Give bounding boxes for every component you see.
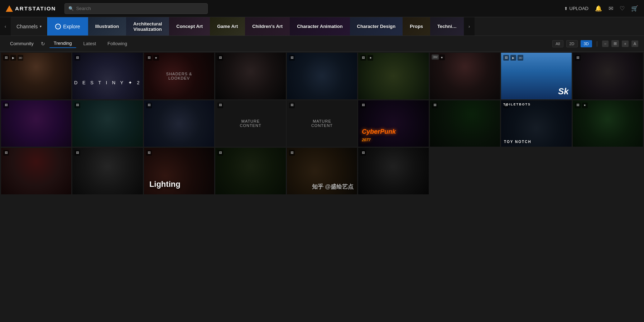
- image-icon: 🖼: [75, 150, 80, 156]
- category-item-concept[interactable]: Concept Art: [169, 17, 210, 36]
- filter-2d[interactable]: 2D: [566, 40, 578, 47]
- filter-all[interactable]: All: [552, 40, 563, 47]
- image-icon: 🖼: [75, 55, 80, 61]
- mature-content-label-2: MATURE CONTENT: [304, 119, 340, 128]
- cat-label: Props: [410, 24, 423, 29]
- search-icon: 🔍: [68, 6, 74, 11]
- image-icon: 🖼: [146, 55, 152, 61]
- cat-label: Illustration: [95, 24, 119, 29]
- lighting-label: Lighting: [149, 180, 181, 189]
- artwork-item-3[interactable]: 🖼★ SHADERS & LOOKDEV: [144, 53, 214, 99]
- image-icon: 🖼: [360, 150, 366, 156]
- logo[interactable]: ARTSTATION: [6, 5, 56, 12]
- artwork-item-17[interactable]: 🖼 TOILETBOTS TOY NOTCH: [501, 100, 571, 147]
- cat-label: Character Animation: [297, 24, 342, 29]
- category-item-chardesign[interactable]: Character Design: [350, 17, 403, 36]
- toiletbots-label: TOILETBOTS: [503, 103, 531, 106]
- cat-next-button[interactable]: ›: [464, 17, 475, 36]
- image-icon: 🖼: [360, 55, 366, 61]
- image-icon: 🖼: [289, 103, 295, 108]
- tab-trending[interactable]: Trending: [49, 39, 76, 48]
- artwork-item-2[interactable]: 🖼 D E S T I N Y ✦ 2: [72, 53, 143, 99]
- artwork-item-13[interactable]: 🖼 MATURE CONTENT: [215, 100, 285, 147]
- artwork-item-20[interactable]: 🖼: [72, 148, 143, 194]
- image-icon: 🖼: [432, 103, 438, 108]
- channels-label: Channels: [16, 24, 38, 29]
- search-input[interactable]: [76, 6, 204, 11]
- star-icon: ★: [367, 55, 373, 61]
- artwork-item-15[interactable]: 🖼 CyberPunk2077: [358, 100, 428, 147]
- watermark-text: 知乎 @盛绘艺点: [312, 183, 354, 191]
- filter-right: All 2D 3D | − ⊞ + A: [552, 40, 638, 47]
- divider: |: [596, 41, 598, 47]
- upload-icon: ⬆: [564, 6, 568, 11]
- category-item-charanim[interactable]: Character Animation: [290, 17, 350, 36]
- artwork-item-10[interactable]: 🖼: [1, 100, 71, 147]
- cat-label: ArchitecturalVisualization: [133, 21, 162, 32]
- artwork-item-12[interactable]: 🖼: [144, 100, 214, 147]
- filter-bar: Community ↻ Trending Latest Following Al…: [0, 36, 644, 52]
- image-icon: 🖼: [360, 103, 366, 108]
- wishlist-icon[interactable]: ♡: [620, 5, 625, 12]
- more-options-button[interactable]: A: [631, 41, 638, 47]
- artwork-item-19[interactable]: 🖼: [1, 148, 71, 194]
- cat-label: Game Art: [217, 24, 238, 29]
- notification-icon[interactable]: 🔔: [595, 5, 602, 12]
- artwork-item-5[interactable]: 🖼: [287, 53, 357, 99]
- channels-button[interactable]: Channels ▾: [11, 17, 47, 36]
- messages-icon[interactable]: ✉: [609, 5, 613, 12]
- grid-view-button[interactable]: ⊞: [611, 40, 619, 47]
- upload-label: UPLOAD: [569, 6, 588, 11]
- cat-label: Techni…: [437, 24, 457, 29]
- artwork-item-24[interactable]: 🖼: [358, 148, 428, 194]
- tab-following[interactable]: Following: [103, 39, 131, 48]
- image-icon: 🖼: [3, 103, 9, 108]
- image-icon: 🖼: [503, 55, 509, 61]
- filter-3d[interactable]: 3D: [581, 40, 592, 47]
- tab-latest[interactable]: Latest: [79, 39, 100, 48]
- cat-prev-button[interactable]: ‹: [0, 17, 11, 36]
- category-item-techni[interactable]: Techni…: [430, 17, 464, 36]
- artwork-item-8[interactable]: 🖼▶3D Sk: [501, 53, 571, 99]
- category-item-gameart[interactable]: Game Art: [210, 17, 245, 36]
- image-icon: 🖼: [289, 55, 295, 61]
- explore-icon: ○: [55, 24, 61, 29]
- artwork-item-18[interactable]: 🖼★: [573, 100, 643, 147]
- cart-icon[interactable]: 🛒: [631, 5, 638, 12]
- artwork-item-4[interactable]: 🖼: [215, 53, 285, 99]
- nav-right-actions: ⬆ UPLOAD 🔔 ✉ ♡ 🛒: [564, 5, 638, 12]
- image-icon: 🖼: [217, 150, 223, 156]
- plus-view-button[interactable]: +: [622, 41, 628, 47]
- artwork-item-21[interactable]: 🖼 Lighting: [144, 148, 214, 194]
- 3d-icon: 3D: [518, 55, 523, 61]
- category-item-illustration[interactable]: Illustration: [88, 17, 126, 36]
- minus-view-button[interactable]: −: [602, 41, 609, 47]
- artwork-item-7[interactable]: 3M ★: [430, 53, 500, 99]
- artwork-item-16[interactable]: 🖼: [430, 100, 500, 147]
- tab-community[interactable]: Community: [6, 39, 38, 48]
- image-icon: 🖼: [75, 103, 80, 108]
- toy-notch-logo: TOY NOTCH: [504, 140, 532, 144]
- artwork-item-6[interactable]: 🖼★: [358, 53, 428, 99]
- badge-3m: 3M: [432, 55, 439, 60]
- image-icon: 🖼: [146, 103, 152, 108]
- star-icon: ★: [153, 55, 159, 61]
- artwork-item-1[interactable]: 🖼▶3D: [1, 53, 71, 99]
- upload-button[interactable]: ⬆ UPLOAD: [564, 6, 588, 11]
- category-item-archviz[interactable]: ArchitecturalVisualization: [126, 17, 169, 36]
- search-bar[interactable]: 🔍: [64, 3, 208, 14]
- image-icon: 🖼: [575, 103, 581, 108]
- artwork-item-23[interactable]: 🖼 知乎 @盛绘艺点: [287, 148, 357, 194]
- artwork-item-11[interactable]: 🖼: [72, 100, 143, 147]
- artwork-grid: 🖼▶3D 🖼 D E S T I N Y ✦ 2 🖼★ SHADERS & LO…: [0, 52, 644, 195]
- category-item-childrens[interactable]: Children's Art: [245, 17, 290, 36]
- explore-label: Explore: [63, 24, 80, 29]
- category-item-props[interactable]: Props: [403, 17, 430, 36]
- artwork-item-14[interactable]: 🖼 MATURE CONTENT: [287, 100, 357, 147]
- cyberpunk-text: CyberPunk2077: [362, 128, 396, 143]
- sky-partial-text: Sk: [558, 86, 568, 96]
- artwork-item-9[interactable]: 🖼: [573, 53, 643, 99]
- refresh-icon[interactable]: ↻: [41, 41, 45, 47]
- explore-button[interactable]: ○ Explore: [47, 17, 88, 36]
- artwork-item-22[interactable]: 🖼: [215, 148, 285, 194]
